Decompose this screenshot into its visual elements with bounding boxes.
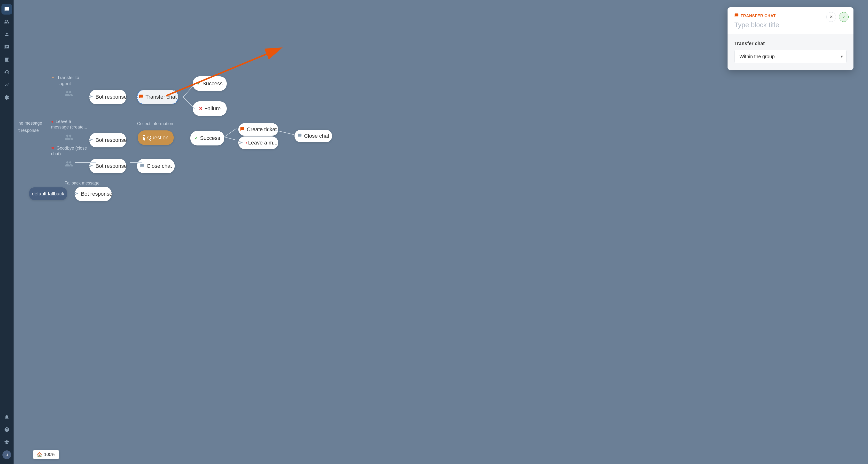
panel-header: TRANSFER CHAT Type block title ✕ ✓ xyxy=(727,7,854,34)
close-chat-2-label: Close chat xyxy=(147,163,172,169)
fallback-label: Fallback message xyxy=(64,181,99,186)
transfer-chat-select-wrapper: Within the group ▾ xyxy=(734,50,847,63)
paper-plane-icon xyxy=(89,94,93,100)
sidebar-item-analytics[interactable] xyxy=(1,80,12,90)
person-node-3 xyxy=(64,160,73,169)
create-ticket-label: Create ticket xyxy=(247,126,277,133)
bot-response-4-node[interactable]: Bot response xyxy=(75,187,112,201)
success-check-icon: ✔ xyxy=(197,81,200,86)
goodbye-label: ✖ Goodbye (closechat) xyxy=(51,145,87,157)
sidebar-item-messages[interactable] xyxy=(1,42,12,52)
person-node-1 xyxy=(64,89,73,99)
bot-response-2-node[interactable]: Bot response xyxy=(89,133,126,147)
sidebar-item-notifications[interactable] xyxy=(1,412,12,422)
transfer-chat-label: Transfer chat xyxy=(146,94,177,100)
transfer-chat-field-label: Transfer chat xyxy=(734,41,847,46)
sidebar-item-data[interactable] xyxy=(1,54,12,65)
panel-type-icon xyxy=(734,13,739,19)
close-chat-1-icon xyxy=(298,133,302,139)
success-check-icon-2: ✔ xyxy=(194,136,198,141)
question-label: Question xyxy=(147,135,168,141)
collect-info-label: Collect information xyxy=(137,121,173,126)
t-response-label: t response xyxy=(19,128,39,133)
failure-1-node[interactable]: ✖ Failure xyxy=(193,102,227,116)
success-1-node[interactable]: ✔ Success xyxy=(193,76,227,91)
sidebar-item-team[interactable] xyxy=(1,17,12,27)
panel-type-text: TRANSFER CHAT xyxy=(741,14,776,18)
sidebar-item-history[interactable] xyxy=(1,67,12,78)
sidebar-item-academy[interactable] xyxy=(1,437,12,447)
panel-close-button[interactable]: ✕ xyxy=(826,12,836,22)
leave-am-paper-plane-icon xyxy=(239,140,243,146)
sidebar-item-integrations[interactable] xyxy=(1,92,12,103)
panel-actions: ✕ ✓ xyxy=(826,12,848,22)
bot-response-1-node[interactable]: Bot response xyxy=(89,90,126,104)
leave-message-dot: ● xyxy=(51,119,54,124)
close-chat-1-label: Close chat xyxy=(304,133,330,139)
user-avatar[interactable]: U xyxy=(2,451,11,459)
zoom-level: 100% xyxy=(44,452,55,457)
paper-plane-icon-3 xyxy=(89,164,93,169)
bot-response-2-label: Bot response xyxy=(95,137,127,143)
create-ticket-icon xyxy=(240,127,244,133)
panel-title[interactable]: Type block title xyxy=(734,21,847,29)
leave-am-label: Leave a m... xyxy=(248,140,278,146)
bot-response-4-label: Bot response xyxy=(81,191,113,197)
leave-message-label: ● Leave amessage (create... xyxy=(51,119,87,130)
create-ticket-node[interactable]: Create ticket xyxy=(238,123,278,136)
he-message-label: he message xyxy=(19,121,42,126)
transfer-chat-panel: TRANSFER CHAT Type block title ✕ ✓ Trans… xyxy=(727,7,854,70)
question-mark-icon: ? xyxy=(143,135,145,141)
home-icon[interactable]: 🏠 xyxy=(37,452,42,457)
leave-am-dot: ● xyxy=(245,141,247,144)
bottom-bar: 🏠 100% xyxy=(33,450,59,459)
zoom-control[interactable]: 🏠 100% xyxy=(33,450,59,459)
sidebar: U xyxy=(0,0,13,464)
default-fallback-label: default fallback xyxy=(32,191,64,197)
paper-plane-icon-2 xyxy=(89,138,93,143)
transfer-chat-dropdown[interactable]: Within the group xyxy=(734,50,847,63)
bot-response-1-label: Bot response xyxy=(95,94,127,100)
person-node-2 xyxy=(64,133,73,143)
sidebar-item-contacts[interactable] xyxy=(1,29,12,40)
success-2-node[interactable]: ✔ Success xyxy=(190,131,224,145)
transfer-chat-node[interactable]: Transfer chat xyxy=(137,90,178,104)
paper-plane-icon-4 xyxy=(74,191,79,197)
sidebar-item-help[interactable] xyxy=(1,424,12,435)
close-chat-2-node[interactable]: Close chat xyxy=(137,159,175,173)
panel-body: Transfer chat Within the group ▾ xyxy=(727,34,854,70)
question-node[interactable]: ? Question xyxy=(138,130,174,145)
dropdown-selected-value: Within the group xyxy=(739,54,775,59)
success-1-label: Success xyxy=(203,81,223,87)
sidebar-item-chat[interactable] xyxy=(1,4,12,14)
close-chat-2-icon xyxy=(140,164,144,169)
svg-line-8 xyxy=(224,128,237,137)
svg-line-9 xyxy=(224,137,237,140)
bot-response-3-label: Bot response xyxy=(95,163,127,169)
goodbye-x-icon: ✖ xyxy=(51,146,54,150)
success-2-label: Success xyxy=(200,135,220,141)
transfer-chat-icon xyxy=(139,94,143,100)
default-fallback-node[interactable]: default fallback xyxy=(29,187,67,200)
transfer-to-agent-label: Transfer toagent xyxy=(51,75,79,87)
close-chat-1-node[interactable]: Close chat xyxy=(294,130,332,142)
panel-confirm-button[interactable]: ✓ xyxy=(839,12,848,22)
failure-x-icon: ✖ xyxy=(199,106,203,111)
bot-response-3-node[interactable]: Bot response xyxy=(89,159,126,173)
leave-am-node[interactable]: ● Leave a m... xyxy=(238,137,278,149)
failure-1-label: Failure xyxy=(205,106,221,112)
